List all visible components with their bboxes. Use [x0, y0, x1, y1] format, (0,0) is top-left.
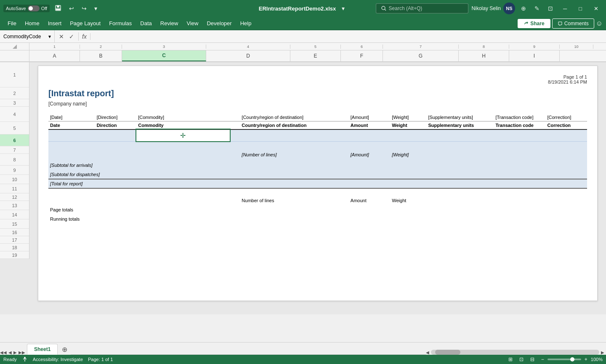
row-num-17: 17 — [0, 236, 29, 244]
summary-header-cell: Number of lines — [240, 196, 338, 205]
autosave-toggle[interactable] — [28, 5, 40, 11]
data-cell[interactable] — [494, 129, 545, 141]
report-col-header: Country/region of destination — [240, 121, 338, 130]
col-header-G[interactable]: G — [383, 50, 459, 61]
comments-button[interactable]: Comments — [552, 18, 594, 29]
data-cell[interactable] — [545, 129, 587, 141]
page-break-view-button[interactable]: ⊟ — [529, 356, 536, 363]
undo-button[interactable]: ↩ — [66, 3, 77, 13]
normal-view-button[interactable]: ⊞ — [507, 356, 514, 363]
data-cell[interactable]: ✛ — [136, 129, 230, 141]
report-table: [Date][Direction][Commodity][Country/reg… — [48, 113, 587, 224]
scroll-thumb[interactable] — [435, 350, 460, 355]
data-cell[interactable] — [390, 129, 426, 141]
share-icon — [524, 21, 529, 26]
scroll-first-tab[interactable]: ◀◀ — [0, 350, 7, 355]
emoji-button[interactable]: ☺ — [596, 20, 603, 27]
data-cell[interactable] — [240, 129, 338, 141]
scrollable-sheet[interactable]: 12345678910 ABCDEFGHI 123456789101112131… — [0, 43, 606, 342]
save-button[interactable] — [52, 3, 64, 14]
minimize-button[interactable]: ─ — [559, 0, 571, 17]
name-box[interactable]: CommodityCode ▾ — [0, 30, 55, 42]
col-headers: ABCDEFGHI — [0, 50, 606, 62]
data-cell[interactable] — [230, 129, 240, 141]
autosave-badge[interactable]: AutoSave Off — [3, 5, 50, 12]
formula-input[interactable] — [90, 34, 606, 40]
search-box[interactable] — [376, 3, 468, 13]
report-col-header: Correction — [545, 121, 587, 130]
title-bar-center: ERIntrastatReportDemo2.xlsx ▾ — [259, 3, 348, 13]
zoom-in-button[interactable]: + — [583, 356, 589, 363]
zoom-out-button[interactable]: − — [540, 356, 546, 363]
col-header-B[interactable]: B — [80, 50, 122, 61]
placeholder-cell — [494, 149, 545, 161]
redo-button[interactable]: ↪ — [79, 3, 89, 13]
row-num-13: 13 — [0, 201, 29, 210]
avatar-initials: NS — [506, 6, 512, 11]
subtotal-dispatches-row: [Subtotal for dispatches] — [48, 170, 587, 179]
horizontal-scroll-area[interactable]: ◀ ▶ — [426, 350, 606, 355]
total-report-label: [Total for report] — [48, 179, 587, 188]
sheet-tab-sheet1[interactable]: Sheet1 — [27, 344, 58, 355]
menu-insert[interactable]: Insert — [44, 18, 66, 28]
data-cell[interactable] — [426, 129, 494, 141]
add-sheet-button[interactable]: ⊕ — [58, 344, 71, 355]
data-cell[interactable] — [349, 129, 390, 141]
data-cell[interactable] — [95, 129, 136, 141]
menu-developer[interactable]: Developer — [202, 18, 236, 28]
scroll-right-button[interactable]: ▶ — [601, 350, 604, 355]
col-header-I[interactable]: I — [509, 50, 560, 61]
row-num-11: 11 — [0, 184, 29, 193]
pen-icon-button[interactable]: ✎ — [532, 3, 542, 13]
customize-button[interactable]: ▾ — [92, 3, 100, 13]
placeholder-cell — [545, 149, 587, 161]
scroll-last-tab[interactable]: ▶▶ — [19, 350, 25, 355]
page-layout-view-button[interactable]: ⊡ — [518, 356, 525, 363]
report-col-header: Transaction code — [494, 121, 545, 130]
menu-help[interactable]: Help — [236, 18, 256, 28]
scroll-prev-tab[interactable]: ◀ — [8, 350, 12, 355]
data-cell[interactable] — [48, 129, 95, 141]
cancel-formula-button[interactable]: ✕ — [57, 32, 66, 41]
search-input[interactable] — [389, 5, 456, 11]
page-totals-label: Page totals — [48, 205, 587, 214]
accessibility-label[interactable]: Accessibility: Investigate — [33, 357, 83, 362]
scroll-left-button[interactable]: ◀ — [426, 350, 429, 355]
confirm-formula-button[interactable]: ✓ — [67, 32, 76, 41]
sheet-scroll-area: ◀◀ ◀ ▶ ▶▶ — [0, 350, 27, 355]
page-status: Page: 1 of 1 — [88, 357, 113, 362]
data-cell[interactable] — [338, 129, 349, 141]
zoom-slider[interactable] — [548, 359, 581, 360]
formula-buttons: ✕ ✓ — [55, 32, 79, 41]
row-num-14: 14 — [0, 210, 29, 219]
maximize-button[interactable]: □ — [574, 0, 586, 17]
menu-data[interactable]: Data — [136, 18, 156, 28]
menu-page-layout[interactable]: Page Layout — [66, 18, 105, 28]
col-header-F[interactable]: F — [341, 50, 383, 61]
col-header-H[interactable]: H — [459, 50, 509, 61]
col-header-E[interactable]: E — [290, 50, 341, 61]
name-box-dropdown[interactable]: ▾ — [48, 34, 51, 40]
report-col-header: Date — [48, 121, 95, 130]
col-header-C[interactable]: C — [122, 50, 206, 61]
report-col-header: Supplementary units — [426, 121, 494, 130]
menu-file[interactable]: File — [3, 18, 21, 28]
col-header-D[interactable]: D — [206, 50, 290, 61]
menu-view[interactable]: View — [182, 18, 202, 28]
help-icon-button[interactable]: ⊕ — [518, 3, 529, 13]
scroll-next-tab[interactable]: ▶ — [13, 350, 17, 355]
menu-home[interactable]: Home — [21, 18, 44, 28]
close-button[interactable]: ✕ — [590, 0, 603, 17]
menu-formulas[interactable]: Formulas — [105, 18, 136, 28]
col-header-A[interactable]: A — [29, 50, 80, 61]
menu-review[interactable]: Review — [156, 18, 183, 28]
filename-dropdown[interactable]: ▾ — [339, 3, 347, 13]
share-button[interactable]: Share — [518, 19, 550, 28]
placeholder-cell — [338, 149, 349, 161]
status-bar: Ready Accessibility: Investigate Page: 1… — [0, 355, 606, 364]
fx-label: fx — [79, 33, 90, 40]
horizontal-scrollbar[interactable] — [431, 350, 599, 355]
filename: ERIntrastatReportDemo2.xlsx — [259, 5, 336, 12]
tab-bar: ◀◀ ◀ ▶ ▶▶ Sheet1 ⊕ ◀ ▶ — [0, 342, 606, 355]
fullscreen-button[interactable]: ⊡ — [545, 3, 556, 13]
